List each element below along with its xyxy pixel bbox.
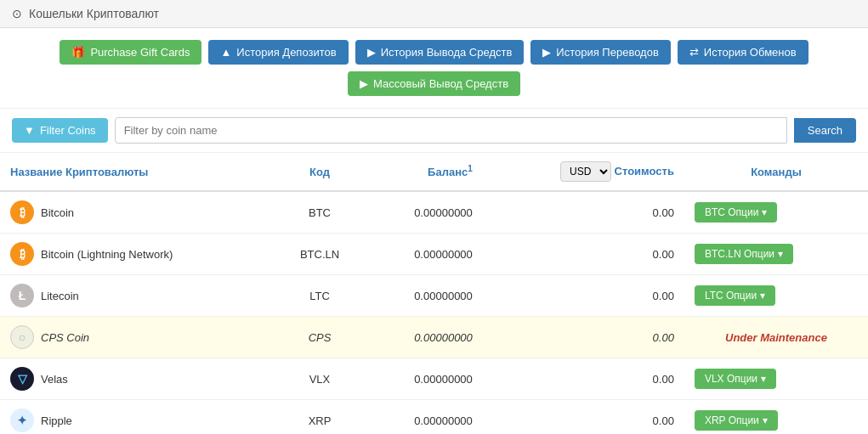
col-code: Код bbox=[275, 153, 364, 191]
transfer-icon: ▶ bbox=[542, 46, 551, 59]
coin-action: BTC.LN Опции ▾ bbox=[684, 234, 868, 275]
xrp-options-button[interactable]: XRP Опции ▾ bbox=[695, 410, 778, 431]
coin-name: CPS Coin bbox=[41, 331, 89, 344]
withdrawal-icon: ▶ bbox=[367, 46, 376, 59]
coin-icon: ○ bbox=[10, 325, 34, 349]
dropdown-icon: ▾ bbox=[760, 290, 765, 302]
coin-name-cell: ₿ Bitcoin (Lightning Network) bbox=[0, 234, 275, 275]
coin-name: Bitcoin (Lightning Network) bbox=[41, 248, 173, 261]
table-header-row: Название Криптовалюты Код Баланс1 USD EU… bbox=[0, 153, 868, 191]
table-row: ✦ Ripple XRP0.000000000.00XRP Опции ▾ bbox=[0, 400, 868, 435]
col-balance: Баланс1 bbox=[365, 153, 483, 191]
coin-icon: ₿ bbox=[10, 200, 34, 224]
deposit-history-button[interactable]: ▲ История Депозитов bbox=[208, 40, 348, 65]
currency-select[interactable]: USD EUR BTC bbox=[560, 161, 611, 182]
filter-coins-button[interactable]: ▼ Filter Coins bbox=[12, 118, 108, 143]
coin-name: Bitcoin bbox=[41, 206, 74, 219]
filter-icon: ▼ bbox=[24, 124, 35, 137]
coin-value: 0.00 bbox=[483, 191, 684, 234]
col-name: Название Криптовалюты bbox=[0, 153, 275, 191]
coin-code: BTC bbox=[275, 191, 364, 234]
maintenance-label: Under Maintenance bbox=[725, 331, 827, 344]
table-row: ○ CPS Coin CPS0.000000000.00Under Mainte… bbox=[0, 317, 868, 358]
btc-options-button[interactable]: BTC Опции ▾ bbox=[695, 202, 777, 223]
coin-balance: 0.00000000 bbox=[365, 400, 483, 435]
coin-name-cell: ₿ Bitcoin bbox=[0, 191, 275, 234]
page-header: ⊙ Кошельки Криптовалют bbox=[0, 0, 868, 28]
page-title: Кошельки Криптовалют bbox=[29, 7, 159, 20]
coin-icon: Ł bbox=[10, 284, 34, 307]
table-row: Ł Litecoin LTC0.000000000.00LTC Опции ▾ bbox=[0, 275, 868, 317]
coin-code: BTC.LN bbox=[275, 234, 364, 275]
dropdown-icon: ▾ bbox=[778, 248, 783, 260]
coin-value: 0.00 bbox=[483, 400, 684, 435]
dropdown-icon: ▾ bbox=[762, 206, 767, 218]
coin-code: CPS bbox=[275, 317, 364, 358]
coin-name-cell: ✦ Ripple bbox=[0, 400, 275, 435]
coin-balance: 0.00000000 bbox=[365, 234, 483, 275]
filter-input[interactable] bbox=[115, 117, 787, 144]
exchange-history-button[interactable]: ⇄ История Обменов bbox=[678, 40, 808, 65]
col-currency: USD EUR BTC Стоимость bbox=[483, 153, 684, 191]
search-button[interactable]: Search bbox=[794, 118, 856, 143]
toolbar-row-1: 🎁 Purchase Gift Cards ▲ История Депозито… bbox=[60, 40, 808, 65]
coin-balance: 0.00000000 bbox=[365, 317, 483, 358]
coin-action: VLX Опции ▾ bbox=[684, 358, 868, 400]
table-row: ₿ Bitcoin BTC0.000000000.00BTC Опции ▾ bbox=[0, 191, 868, 234]
coin-code: XRP bbox=[275, 400, 364, 435]
coin-icon: ✦ bbox=[10, 409, 34, 432]
withdrawal-history-button[interactable]: ▶ История Вывода Средств bbox=[355, 40, 525, 65]
mass-withdrawal-button[interactable]: ▶ Массовый Вывод Средств bbox=[348, 71, 520, 96]
mass-withdrawal-icon: ▶ bbox=[360, 77, 368, 90]
ltc-options-button[interactable]: LTC Опции ▾ bbox=[695, 285, 775, 306]
coin-name: Litecoin bbox=[41, 290, 79, 302]
coin-name-cell: ▽ Velas bbox=[0, 358, 275, 400]
btc.ln-options-button[interactable]: BTC.LN Опции ▾ bbox=[695, 244, 793, 264]
coin-name: Velas bbox=[41, 373, 68, 386]
coin-value: 0.00 bbox=[483, 317, 684, 358]
purchase-gift-cards-button[interactable]: 🎁 Purchase Gift Cards bbox=[60, 40, 201, 65]
gift-icon: 🎁 bbox=[71, 46, 85, 59]
transfer-history-button[interactable]: ▶ История Переводов bbox=[530, 40, 671, 65]
coin-name-cell: ○ CPS Coin bbox=[0, 317, 275, 358]
coin-code: LTC bbox=[275, 275, 364, 317]
coin-balance: 0.00000000 bbox=[365, 275, 483, 317]
table-row: ▽ Velas VLX0.000000000.00VLX Опции ▾ bbox=[0, 358, 868, 400]
dropdown-icon: ▾ bbox=[763, 414, 768, 426]
deposit-icon: ▲ bbox=[220, 46, 231, 59]
vlx-options-button[interactable]: VLX Опции ▾ bbox=[695, 369, 776, 389]
exchange-icon: ⇄ bbox=[689, 46, 699, 59]
coin-balance: 0.00000000 bbox=[365, 358, 483, 400]
toolbar-row-2: ▶ Массовый Вывод Средств bbox=[348, 71, 520, 96]
dropdown-icon: ▾ bbox=[761, 373, 766, 385]
coin-action: Under Maintenance bbox=[684, 317, 868, 358]
coin-code: VLX bbox=[275, 358, 364, 400]
col-actions: Команды bbox=[684, 153, 868, 191]
coin-name: Ripple bbox=[41, 414, 72, 427]
coin-name-cell: Ł Litecoin bbox=[0, 275, 275, 317]
coin-balance: 0.00000000 bbox=[365, 191, 483, 234]
coin-action: BTC Опции ▾ bbox=[684, 191, 868, 234]
coin-action: XRP Опции ▾ bbox=[684, 400, 868, 435]
header-icon: ⊙ bbox=[12, 7, 22, 20]
coin-value: 0.00 bbox=[483, 358, 684, 400]
coin-icon: ▽ bbox=[10, 367, 34, 391]
table-row: ₿ Bitcoin (Lightning Network) BTC.LN0.00… bbox=[0, 234, 868, 275]
coin-value: 0.00 bbox=[483, 234, 684, 275]
wallets-table: Название Криптовалюты Код Баланс1 USD EU… bbox=[0, 153, 868, 434]
coin-value: 0.00 bbox=[483, 275, 684, 317]
coin-icon: ₿ bbox=[10, 242, 34, 266]
coin-action: LTC Опции ▾ bbox=[684, 275, 868, 317]
table-body: ₿ Bitcoin BTC0.000000000.00BTC Опции ▾ ₿… bbox=[0, 191, 868, 434]
filter-row: ▼ Filter Coins Search bbox=[0, 109, 868, 153]
toolbar: 🎁 Purchase Gift Cards ▲ История Депозито… bbox=[0, 28, 868, 109]
